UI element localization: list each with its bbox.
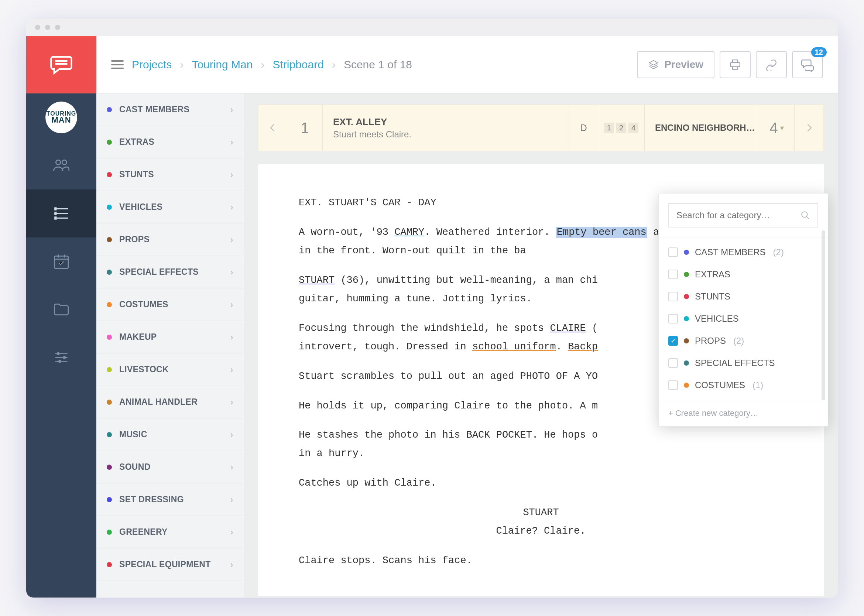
category-row[interactable]: MAKEUP› [96,321,244,354]
category-row[interactable]: SOUND› [96,451,244,483]
category-row[interactable]: STUNTS› [96,159,244,191]
window-dot[interactable] [35,25,40,30]
content-area: 1 EXT. ALLEY Stuart meets Claire. D 124 … [244,93,838,597]
crumb-section[interactable]: Stripboard [272,58,324,71]
rail-project[interactable]: TOURING MAN [26,93,96,141]
character-cue: STUART [299,504,783,522]
chevron-right-icon: › [230,332,233,343]
nav-rail: TOURING MAN [26,36,96,597]
rail-calendar[interactable] [26,237,96,286]
popover-category-row[interactable]: ✓PROPS(2) [659,330,828,352]
popover-category-label: VEHICLES [695,314,739,324]
strip-summary: Stuart meets Claire. [333,129,411,140]
search-icon [801,211,810,220]
tagged-cast[interactable]: CLAIRE [550,323,586,334]
checkbox[interactable]: ✓ [668,336,678,346]
popover-category-row[interactable]: COSTUMES(1) [659,374,828,396]
scrollbar[interactable] [822,237,825,400]
logo-tile[interactable] [26,36,96,93]
category-popover-list[interactable]: CAST MEMBERS(2)EXTRASSTUNTSVEHICLES✓PROP… [659,237,828,400]
strip-pages-value: 4 [770,119,778,136]
category-dot-icon [684,316,689,321]
category-panel: CAST MEMBERS›EXTRAS›STUNTS›VEHICLES›PROP… [96,93,244,597]
category-label: EXTRAS [119,137,154,147]
tagged-costume[interactable]: Backp [568,341,598,352]
category-dot-icon [107,107,112,112]
window-dot[interactable] [55,25,60,30]
menu-toggle[interactable] [111,60,124,69]
category-label: SPECIAL EFFECTS [119,267,199,277]
checkbox[interactable] [668,358,678,368]
rail-files[interactable] [26,286,96,333]
chevron-right-icon: › [230,202,233,212]
checkbox[interactable] [668,292,678,301]
scene-strip: 1 EXT. ALLEY Stuart meets Claire. D 124 … [258,105,824,151]
app-window: TOURING MAN [26,18,838,598]
main-area: Projects › Touring Man › Stripboard › Sc… [96,36,838,597]
rail-stripboard[interactable] [26,189,96,237]
create-category-link[interactable]: + Create new category… [659,400,828,426]
strip-daynight: D [569,105,598,151]
tagged-vehicle[interactable]: CAMRY [394,227,424,238]
rail-settings[interactable] [26,333,96,382]
category-row[interactable]: GREENERY› [96,516,244,548]
category-row[interactable]: ANIMAL HANDLER› [96,386,244,418]
category-row[interactable]: CAST MEMBERS› [96,93,244,126]
window-titlebar [26,19,838,36]
category-row[interactable]: SPECIAL EFFECTS› [96,256,244,288]
category-dot-icon [107,530,112,535]
category-search[interactable] [668,203,818,228]
checkbox[interactable] [668,270,678,279]
strip-pages[interactable]: 4 ▾ [759,105,795,151]
strip-set: ENCINO NEIGHBORH… [645,105,759,151]
preview-button[interactable]: Preview [637,51,715,78]
strip-next[interactable] [795,105,823,151]
popover-category-count: (2) [773,247,784,258]
category-row[interactable]: EXTRAS› [96,126,244,159]
crumb-projects[interactable]: Projects [132,58,172,71]
tagged-selection[interactable]: Empty beer cans [556,227,647,238]
category-dot-icon [107,367,112,372]
print-button[interactable] [719,51,751,78]
popover-category-label: COSTUMES [695,380,745,390]
chevron-right-icon: › [230,300,233,310]
category-row[interactable]: LIVESTOCK› [96,354,244,386]
category-row[interactable]: COSTUMES› [96,288,244,321]
tagged-costume[interactable]: school uniform [472,341,556,352]
chevron-right-icon: › [180,58,184,71]
strip-heading: EXT. ALLEY [333,116,387,128]
category-row[interactable]: VEHICLES› [96,191,244,223]
tagged-cast[interactable]: STUART [299,275,335,286]
popover-category-row[interactable]: SPECIAL EFFECTS [659,352,828,374]
checkbox[interactable] [668,380,678,390]
popover-category-row[interactable]: EXTRAS [659,263,828,286]
rail-people[interactable] [26,141,96,189]
popover-category-row[interactable]: VEHICLES [659,308,828,330]
category-search-input[interactable] [676,210,801,220]
category-label: MAKEUP [119,332,157,342]
strip-prev[interactable] [258,105,287,151]
checkbox[interactable] [668,247,678,257]
printer-icon [729,58,741,71]
crumb-project[interactable]: Touring Man [192,58,253,71]
window-dot[interactable] [45,25,50,30]
svg-point-3 [58,360,61,363]
category-dot-icon [684,272,689,277]
category-row[interactable]: SPECIAL EQUIPMENT› [96,548,244,581]
category-label: GREENERY [119,527,168,537]
popover-category-row[interactable]: STUNTS [659,286,828,308]
checkbox[interactable] [668,314,678,324]
category-label: STUNTS [119,170,154,179]
link-icon [765,58,778,71]
category-label: SPECIAL EQUIPMENT [119,559,211,569]
category-row[interactable]: MUSIC› [96,418,244,451]
strip-title[interactable]: EXT. ALLEY Stuart meets Claire. [323,105,569,151]
category-dot-icon [684,338,689,343]
calendar-icon [52,252,71,271]
chevron-right-icon: › [230,105,233,115]
category-row[interactable]: PROPS› [96,223,244,256]
link-button[interactable] [756,51,787,78]
category-row[interactable]: SET DRESSING› [96,483,244,516]
category-dot-icon [684,250,689,255]
popover-category-row[interactable]: CAST MEMBERS(2) [659,241,828,263]
